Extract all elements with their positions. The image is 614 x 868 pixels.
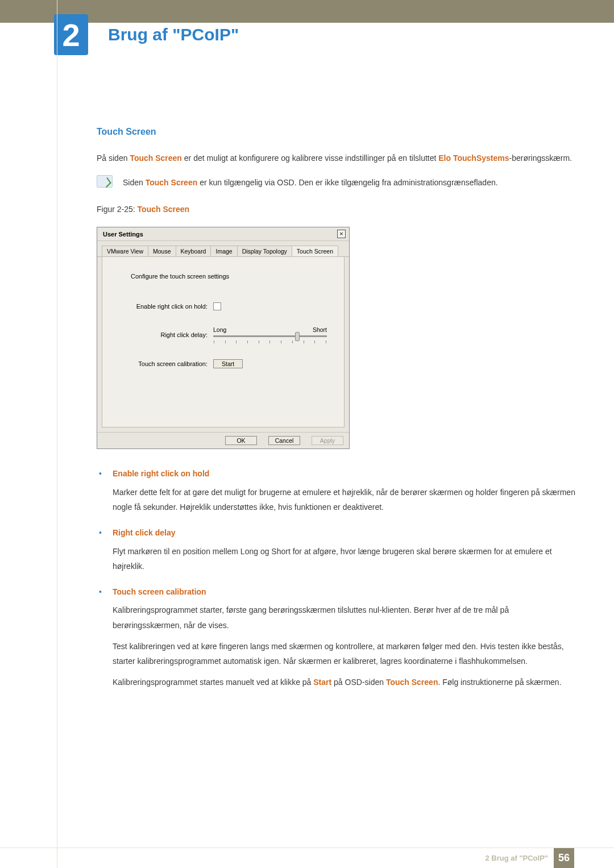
slider-right-click-delay[interactable]: Long Short: [213, 326, 333, 343]
text: Flyt markøren til en position mellem Lon…: [113, 544, 577, 574]
tab-vmware-view[interactable]: VMware View: [102, 246, 148, 256]
chapter-title: Brug af "PCoIP": [108, 25, 239, 44]
tab-keyboard[interactable]: Keyboard: [176, 246, 211, 256]
item-body: Marker dette felt for at gøre det muligt…: [113, 485, 577, 515]
list-item-enable: Enable right click on hold Marker dette …: [97, 466, 577, 515]
item-title-delay: Right click delay: [113, 525, 577, 541]
description-list: Enable right click on hold Marker dette …: [97, 466, 577, 690]
label-enable-right-click: Enable right click on hold:: [114, 303, 213, 310]
highlight-touch-screen: Touch Screen: [146, 178, 198, 187]
tab-image[interactable]: Image: [210, 246, 237, 256]
text: Kalibreringsprogrammet startes manuelt v…: [113, 678, 313, 687]
note-icon: [97, 175, 113, 188]
list-item-delay: Right click delay Flyt markøren til en p…: [97, 525, 577, 574]
item-body: Flyt markøren til en position mellem Lon…: [113, 544, 577, 574]
text: Figur 2-25:: [97, 205, 138, 214]
highlight-touch-screen: Touch Screen: [386, 678, 438, 687]
item-title-calibration: Touch screen calibration: [113, 584, 577, 600]
tab-touch-screen[interactable]: Touch Screen: [292, 246, 338, 256]
close-icon[interactable]: ×: [337, 230, 346, 238]
chapter-number-badge: 2: [54, 14, 88, 55]
row-right-click-delay: Right click delay: Long Short: [114, 326, 333, 343]
label-right-click-delay: Right click delay:: [114, 331, 213, 338]
text: . Følg instruktionerne på skærmen.: [438, 678, 561, 687]
tab-mouse[interactable]: Mouse: [148, 246, 176, 256]
dialog-description: Configure the touch screen settings: [131, 273, 333, 280]
text: -berøringsskærm.: [509, 153, 571, 163]
left-rule: [57, 0, 57, 868]
slider-long-label: Long: [213, 326, 226, 333]
text: Kalibreringsprogrammet startes manuelt v…: [113, 675, 577, 690]
cancel-button[interactable]: Cancel: [268, 436, 300, 445]
item-body: Kalibreringsprogrammet starter, første g…: [113, 603, 577, 690]
slider-ticks: [213, 340, 327, 343]
slider-labels: Long Short: [213, 326, 327, 333]
tab-strip: VMware View Mouse Keyboard Image Display…: [97, 241, 349, 257]
text: På siden: [97, 153, 130, 163]
page-footer: 2 Brug af "PCoIP" 56: [0, 848, 614, 868]
slider-thumb[interactable]: [295, 332, 300, 341]
start-button[interactable]: Start: [213, 359, 243, 368]
checkbox-enable-right-click[interactable]: [213, 302, 221, 310]
tab-display-topology[interactable]: Display Topology: [237, 246, 292, 256]
ok-button[interactable]: OK: [225, 436, 257, 445]
highlight-start: Start: [313, 678, 331, 687]
row-calibration: Touch screen calibration: Start: [114, 359, 333, 368]
text: på OSD-siden: [331, 678, 386, 687]
text: Siden: [123, 178, 146, 187]
content-body: Touch Screen På siden Touch Screen er de…: [97, 123, 577, 690]
list-item-calibration: Touch screen calibration Kalibreringspro…: [97, 584, 577, 690]
page-number: 56: [554, 848, 574, 869]
page: 2 Brug af "PCoIP" Touch Screen På siden …: [0, 0, 614, 868]
section-heading: Touch Screen: [97, 123, 577, 140]
row-enable-right-click: Enable right click on hold:: [114, 302, 333, 310]
dialog-footer: OK Cancel Apply: [97, 432, 349, 448]
text: er det muligt at konfigurere og kalibrer…: [182, 153, 438, 163]
dialog-titlebar: User Settings ×: [97, 227, 349, 241]
highlight-figure-name: Touch Screen: [138, 205, 190, 214]
dialog-body: Configure the touch screen settings Enab…: [102, 257, 345, 427]
item-title-enable: Enable right click on hold: [113, 466, 577, 481]
footer-chapter-label: 2 Brug af "PCoIP": [485, 854, 548, 862]
text: Marker dette felt for at gøre det muligt…: [113, 485, 577, 515]
text: Test kalibreringen ved at køre fingeren …: [113, 639, 577, 669]
intro-paragraph: På siden Touch Screen er det muligt at k…: [97, 151, 577, 166]
slider-track[interactable]: [213, 335, 327, 337]
highlight-elo: Elo TouchSystems: [438, 153, 509, 163]
text: Kalibreringsprogrammet starter, første g…: [113, 603, 577, 633]
text: er kun tilgængelig via OSD. Den er ikke …: [197, 178, 497, 187]
dialog-title: User Settings: [103, 231, 143, 238]
figure-caption: Figur 2-25: Touch Screen: [97, 202, 577, 217]
note-block: Siden Touch Screen er kun tilgængelig vi…: [97, 175, 577, 190]
user-settings-dialog: User Settings × VMware View Mouse Keyboa…: [97, 227, 350, 449]
apply-button[interactable]: Apply: [312, 436, 343, 445]
label-calibration: Touch screen calibration:: [114, 360, 213, 367]
note-text: Siden Touch Screen er kun tilgængelig vi…: [123, 175, 498, 190]
chapter-header: 2 Brug af "PCoIP": [0, 14, 614, 55]
highlight-touch-screen: Touch Screen: [130, 153, 182, 163]
slider-short-label: Short: [313, 326, 327, 333]
